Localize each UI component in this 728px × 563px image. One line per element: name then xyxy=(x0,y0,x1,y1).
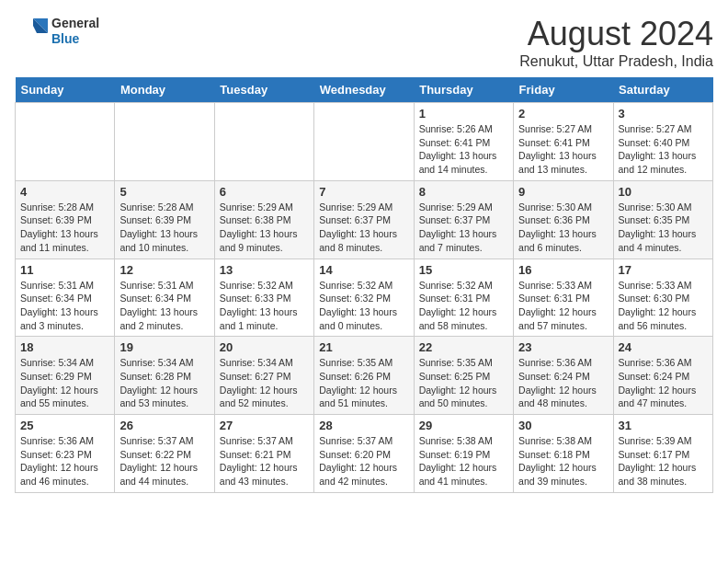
cell-info: Sunrise: 5:36 AM Sunset: 6:24 PM Dayligh… xyxy=(518,356,608,410)
calendar-cell: 29Sunrise: 5:38 AM Sunset: 6:19 PM Dayli… xyxy=(414,415,513,493)
calendar-cell: 3Sunrise: 5:27 AM Sunset: 6:40 PM Daylig… xyxy=(613,103,712,181)
calendar-cell: 1Sunrise: 5:26 AM Sunset: 6:41 PM Daylig… xyxy=(414,103,513,181)
day-header-wednesday: Wednesday xyxy=(314,77,414,103)
date-number: 17 xyxy=(619,263,708,277)
calendar-cell: 23Sunrise: 5:36 AM Sunset: 6:24 PM Dayli… xyxy=(514,337,613,415)
calendar-cell: 27Sunrise: 5:37 AM Sunset: 6:21 PM Dayli… xyxy=(214,415,313,493)
calendar-cell: 6Sunrise: 5:29 AM Sunset: 6:38 PM Daylig… xyxy=(214,180,313,259)
cell-info: Sunrise: 5:28 AM Sunset: 6:39 PM Dayligh… xyxy=(119,201,209,255)
calendar-cell: 8Sunrise: 5:29 AM Sunset: 6:37 PM Daylig… xyxy=(414,180,513,259)
date-number: 10 xyxy=(619,185,708,199)
cell-info: Sunrise: 5:32 AM Sunset: 6:32 PM Dayligh… xyxy=(319,279,408,333)
week-row-1: 1Sunrise: 5:26 AM Sunset: 6:41 PM Daylig… xyxy=(16,103,713,181)
calendar-cell: 2Sunrise: 5:27 AM Sunset: 6:41 PM Daylig… xyxy=(514,103,613,181)
calendar-cell: 5Sunrise: 5:28 AM Sunset: 6:39 PM Daylig… xyxy=(115,180,214,259)
cell-info: Sunrise: 5:32 AM Sunset: 6:33 PM Dayligh… xyxy=(220,279,309,333)
calendar-cell: 21Sunrise: 5:35 AM Sunset: 6:26 PM Dayli… xyxy=(314,337,414,415)
date-number: 5 xyxy=(119,185,209,199)
cell-info: Sunrise: 5:39 AM Sunset: 6:17 PM Dayligh… xyxy=(619,434,708,488)
calendar-cell xyxy=(115,103,214,181)
calendar-cell: 19Sunrise: 5:34 AM Sunset: 6:28 PM Dayli… xyxy=(115,337,214,415)
calendar-cell: 10Sunrise: 5:30 AM Sunset: 6:35 PM Dayli… xyxy=(613,180,712,259)
calendar-cell: 7Sunrise: 5:29 AM Sunset: 6:37 PM Daylig… xyxy=(314,180,414,259)
cell-info: Sunrise: 5:35 AM Sunset: 6:25 PM Dayligh… xyxy=(419,356,508,410)
date-number: 1 xyxy=(419,107,508,121)
date-number: 28 xyxy=(319,419,408,432)
calendar-cell: 15Sunrise: 5:32 AM Sunset: 6:31 PM Dayli… xyxy=(414,259,513,337)
date-number: 27 xyxy=(220,419,309,432)
week-row-2: 4Sunrise: 5:28 AM Sunset: 6:39 PM Daylig… xyxy=(16,180,713,259)
date-number: 19 xyxy=(119,340,209,354)
date-number: 12 xyxy=(119,263,209,277)
cell-info: Sunrise: 5:37 AM Sunset: 6:22 PM Dayligh… xyxy=(119,434,209,488)
cell-info: Sunrise: 5:37 AM Sunset: 6:20 PM Dayligh… xyxy=(319,434,408,488)
cell-info: Sunrise: 5:27 AM Sunset: 6:40 PM Dayligh… xyxy=(619,122,708,177)
calendar-cell: 31Sunrise: 5:39 AM Sunset: 6:17 PM Dayli… xyxy=(613,415,712,493)
date-number: 4 xyxy=(20,185,109,199)
date-number: 9 xyxy=(518,185,608,199)
cell-info: Sunrise: 5:29 AM Sunset: 6:37 PM Dayligh… xyxy=(419,201,508,255)
date-number: 20 xyxy=(220,340,309,354)
date-number: 25 xyxy=(20,419,109,432)
calendar-cell: 24Sunrise: 5:36 AM Sunset: 6:24 PM Dayli… xyxy=(613,337,712,415)
date-number: 23 xyxy=(518,340,608,354)
date-number: 29 xyxy=(419,419,508,432)
cell-info: Sunrise: 5:34 AM Sunset: 6:29 PM Dayligh… xyxy=(20,356,109,410)
cell-info: Sunrise: 5:27 AM Sunset: 6:41 PM Dayligh… xyxy=(518,122,608,177)
day-header-tuesday: Tuesday xyxy=(214,77,313,103)
cell-info: Sunrise: 5:31 AM Sunset: 6:34 PM Dayligh… xyxy=(20,279,109,333)
date-number: 21 xyxy=(319,340,408,354)
day-header-monday: Monday xyxy=(115,77,214,103)
week-row-4: 18Sunrise: 5:34 AM Sunset: 6:29 PM Dayli… xyxy=(16,337,713,415)
cell-info: Sunrise: 5:33 AM Sunset: 6:31 PM Dayligh… xyxy=(518,279,608,333)
date-number: 6 xyxy=(220,185,309,199)
cell-info: Sunrise: 5:32 AM Sunset: 6:31 PM Dayligh… xyxy=(419,279,508,333)
day-header-sunday: Sunday xyxy=(16,77,115,103)
calendar-cell: 4Sunrise: 5:28 AM Sunset: 6:39 PM Daylig… xyxy=(16,180,115,259)
logo-text: General Blue xyxy=(51,16,99,47)
cell-info: Sunrise: 5:29 AM Sunset: 6:38 PM Dayligh… xyxy=(220,201,309,255)
calendar-cell: 13Sunrise: 5:32 AM Sunset: 6:33 PM Dayli… xyxy=(214,259,313,337)
cell-info: Sunrise: 5:29 AM Sunset: 6:37 PM Dayligh… xyxy=(319,201,408,255)
calendar-cell: 9Sunrise: 5:30 AM Sunset: 6:36 PM Daylig… xyxy=(514,180,613,259)
date-number: 14 xyxy=(319,263,408,277)
calendar-table: SundayMondayTuesdayWednesdayThursdayFrid… xyxy=(15,77,713,493)
cell-info: Sunrise: 5:33 AM Sunset: 6:30 PM Dayligh… xyxy=(619,279,708,333)
date-number: 15 xyxy=(419,263,508,277)
date-number: 31 xyxy=(619,419,708,432)
calendar-cell: 11Sunrise: 5:31 AM Sunset: 6:34 PM Dayli… xyxy=(16,259,115,337)
logo-icon xyxy=(15,15,48,48)
cell-info: Sunrise: 5:36 AM Sunset: 6:24 PM Dayligh… xyxy=(619,356,708,410)
calendar-cell xyxy=(314,103,414,181)
calendar-cell: 30Sunrise: 5:38 AM Sunset: 6:18 PM Dayli… xyxy=(514,415,613,493)
cell-info: Sunrise: 5:36 AM Sunset: 6:23 PM Dayligh… xyxy=(20,434,109,488)
day-header-thursday: Thursday xyxy=(414,77,513,103)
calendar-cell xyxy=(16,103,115,181)
date-number: 26 xyxy=(119,419,209,432)
cell-info: Sunrise: 5:30 AM Sunset: 6:36 PM Dayligh… xyxy=(518,201,608,255)
logo-blue: Blue xyxy=(51,31,79,46)
page-header: General Blue August 2024 Renukut, Uttar … xyxy=(15,15,713,70)
day-header-row: SundayMondayTuesdayWednesdayThursdayFrid… xyxy=(16,77,713,103)
week-row-5: 25Sunrise: 5:36 AM Sunset: 6:23 PM Dayli… xyxy=(16,415,713,493)
logo-general: General xyxy=(51,16,99,30)
date-number: 8 xyxy=(419,185,508,199)
date-number: 7 xyxy=(319,185,408,199)
subtitle: Renukut, Uttar Pradesh, India xyxy=(519,53,713,70)
cell-info: Sunrise: 5:35 AM Sunset: 6:26 PM Dayligh… xyxy=(319,356,408,410)
title-area: August 2024 Renukut, Uttar Pradesh, Indi… xyxy=(519,15,713,70)
cell-info: Sunrise: 5:34 AM Sunset: 6:27 PM Dayligh… xyxy=(220,356,309,410)
date-number: 24 xyxy=(619,340,708,354)
date-number: 13 xyxy=(220,263,309,277)
main-title: August 2024 xyxy=(519,15,713,53)
date-number: 18 xyxy=(20,340,109,354)
cell-info: Sunrise: 5:31 AM Sunset: 6:34 PM Dayligh… xyxy=(119,279,209,333)
date-number: 11 xyxy=(20,263,109,277)
date-number: 22 xyxy=(419,340,508,354)
date-number: 3 xyxy=(619,107,708,121)
cell-info: Sunrise: 5:30 AM Sunset: 6:35 PM Dayligh… xyxy=(619,201,708,255)
calendar-cell: 16Sunrise: 5:33 AM Sunset: 6:31 PM Dayli… xyxy=(514,259,613,337)
calendar-cell: 18Sunrise: 5:34 AM Sunset: 6:29 PM Dayli… xyxy=(16,337,115,415)
calendar-cell: 25Sunrise: 5:36 AM Sunset: 6:23 PM Dayli… xyxy=(16,415,115,493)
cell-info: Sunrise: 5:34 AM Sunset: 6:28 PM Dayligh… xyxy=(119,356,209,410)
